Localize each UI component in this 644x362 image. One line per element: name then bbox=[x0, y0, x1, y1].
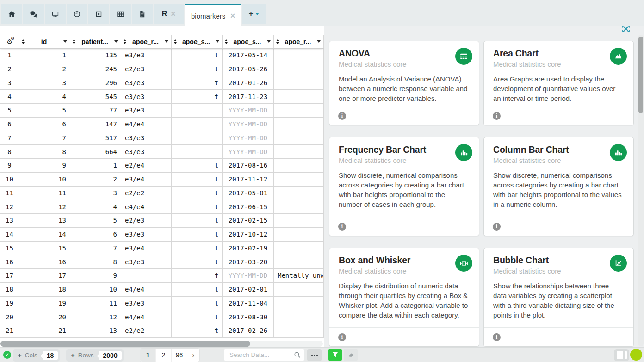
add-rows-button[interactable]: Rows 2000 bbox=[66, 349, 124, 362]
cell-genotype[interactable]: e3/e3 bbox=[121, 104, 172, 117]
cell-date[interactable]: YYYY-MM-DD bbox=[223, 104, 274, 117]
cell-genotype[interactable]: e2/e4 bbox=[121, 159, 172, 172]
cell-genotype[interactable]: e2/e3 bbox=[121, 214, 172, 227]
column-menu-icon[interactable] bbox=[317, 40, 321, 43]
cell-flag[interactable] bbox=[172, 104, 223, 117]
cell-patient[interactable]: 517 bbox=[70, 131, 121, 145]
chart-card[interactable]: Column Bar Chart Medical statistics core… bbox=[483, 137, 634, 236]
cell-id[interactable]: 17 bbox=[19, 269, 70, 282]
column-menu-icon[interactable] bbox=[165, 40, 168, 43]
chart-card[interactable]: Area Chart Medical statistics core Area … bbox=[483, 41, 634, 125]
tab-history[interactable] bbox=[67, 4, 87, 24]
cell-flag[interactable]: t bbox=[172, 283, 223, 296]
cell-comment[interactable] bbox=[274, 131, 324, 145]
cell-comment[interactable] bbox=[274, 187, 324, 200]
cell-flag[interactable]: t bbox=[172, 49, 223, 62]
horizontal-scrollbar-thumb[interactable] bbox=[0, 341, 250, 347]
cell-date[interactable]: 2017-08-16 bbox=[223, 159, 274, 172]
cell-date[interactable]: 2017-03-20 bbox=[223, 255, 274, 268]
column-header[interactable]: apoe_r... bbox=[274, 35, 324, 48]
cell-flag[interactable]: t bbox=[172, 255, 223, 268]
expand-arrows-icon[interactable] bbox=[622, 26, 630, 33]
column-menu-icon[interactable] bbox=[267, 40, 271, 43]
cell-genotype[interactable] bbox=[121, 269, 172, 282]
tab-report[interactable] bbox=[132, 4, 153, 24]
vertical-scrollbar-thumb[interactable] bbox=[638, 37, 643, 113]
cell-date[interactable]: YYYY-MM-DD bbox=[223, 118, 274, 131]
info-icon[interactable] bbox=[338, 223, 346, 231]
cell-comment[interactable] bbox=[274, 159, 324, 172]
cell-date[interactable]: YYYY-MM-DD bbox=[223, 145, 274, 158]
cell-id[interactable]: 2 bbox=[19, 62, 70, 76]
page-button-2[interactable]: 2 bbox=[156, 349, 172, 362]
cell-date[interactable]: YYYY-MM-DD bbox=[223, 131, 274, 145]
chart-card[interactable]: Box and Whisker Medical statistics core … bbox=[329, 248, 479, 347]
cell-comment[interactable]: Mentally unw bbox=[274, 269, 324, 282]
cell-genotype[interactable]: e2/e2 bbox=[121, 187, 172, 200]
cell-comment[interactable] bbox=[274, 283, 324, 296]
cell-date[interactable]: YYYY-MM-DD bbox=[223, 269, 274, 282]
cell-genotype[interactable]: e3/e3 bbox=[121, 76, 172, 90]
cell-id[interactable]: 19 bbox=[19, 297, 70, 310]
page-button-last[interactable]: 96 bbox=[172, 349, 187, 362]
cell-id[interactable]: 21 bbox=[19, 324, 70, 337]
column-header[interactable]: id bbox=[19, 35, 70, 48]
cell-date[interactable]: 2017-11-12 bbox=[223, 173, 274, 186]
cell-id[interactable]: 18 bbox=[19, 283, 70, 296]
cell-genotype[interactable]: e2/e2 bbox=[121, 324, 172, 337]
cell-genotype[interactable]: e4/e4 bbox=[121, 310, 172, 324]
cell-patient[interactable]: 13 bbox=[70, 324, 121, 337]
cell-comment[interactable] bbox=[274, 76, 324, 90]
cell-date[interactable]: 2017-02-26 bbox=[223, 324, 274, 337]
cell-flag[interactable]: t bbox=[172, 200, 223, 213]
cell-patient[interactable]: 7 bbox=[70, 242, 121, 255]
cell-id[interactable]: 13 bbox=[19, 214, 70, 227]
cell-patient[interactable]: 10 bbox=[70, 283, 121, 296]
layout-toggle-button[interactable] bbox=[614, 349, 629, 361]
cell-date[interactable]: 2017-02-19 bbox=[223, 242, 274, 255]
cell-date[interactable]: 2017-11-23 bbox=[223, 90, 274, 103]
cell-id[interactable]: 7 bbox=[19, 131, 70, 145]
column-menu-icon[interactable] bbox=[114, 40, 118, 43]
more-options-button[interactable] bbox=[307, 349, 322, 361]
cell-comment[interactable] bbox=[274, 200, 324, 213]
tab-comments[interactable] bbox=[23, 4, 44, 24]
cell-comment[interactable] bbox=[274, 49, 324, 62]
table-settings-button[interactable] bbox=[0, 35, 19, 48]
cell-patient[interactable]: 545 bbox=[70, 90, 121, 103]
cell-id[interactable]: 20 bbox=[19, 310, 70, 324]
cell-genotype[interactable]: e3/e4 bbox=[121, 242, 172, 255]
info-icon[interactable] bbox=[338, 112, 346, 120]
cell-patient[interactable]: 11 bbox=[70, 297, 121, 310]
page-button-1[interactable]: 1 bbox=[140, 349, 156, 362]
cell-patient[interactable]: 245 bbox=[70, 62, 121, 76]
cell-id[interactable]: 3 bbox=[19, 76, 70, 90]
cell-patient[interactable]: 8 bbox=[70, 255, 121, 268]
cell-id[interactable]: 14 bbox=[19, 228, 70, 241]
tab-table[interactable] bbox=[110, 4, 131, 24]
cell-comment[interactable] bbox=[274, 310, 324, 324]
cell-patient[interactable]: 3 bbox=[70, 187, 121, 200]
search-input[interactable] bbox=[224, 349, 304, 361]
cell-genotype[interactable]: e4/e4 bbox=[121, 200, 172, 213]
cell-id[interactable]: 5 bbox=[19, 104, 70, 117]
cell-patient[interactable]: 296 bbox=[70, 76, 121, 90]
cell-flag[interactable]: t bbox=[172, 297, 223, 310]
cell-genotype[interactable]: e3/e3 bbox=[121, 255, 172, 268]
cell-comment[interactable] bbox=[274, 297, 324, 310]
sort-icon[interactable] bbox=[73, 39, 75, 44]
cell-patient[interactable]: 5 bbox=[70, 214, 121, 227]
tab-new[interactable]: + bbox=[242, 4, 266, 24]
cell-genotype[interactable]: e3/e3 bbox=[121, 90, 172, 103]
cell-genotype[interactable]: e4/e4 bbox=[121, 118, 172, 131]
tab-video[interactable] bbox=[88, 4, 109, 24]
cell-genotype[interactable]: e3/e3 bbox=[121, 228, 172, 241]
cell-comment[interactable] bbox=[274, 145, 324, 158]
cell-date[interactable]: 2017-02-01 bbox=[223, 283, 274, 296]
cell-date[interactable]: 2017-10-12 bbox=[223, 228, 274, 241]
cell-genotype[interactable]: e3/e4 bbox=[121, 173, 172, 186]
cell-comment[interactable] bbox=[274, 62, 324, 76]
cell-flag[interactable] bbox=[172, 131, 223, 145]
cell-flag[interactable] bbox=[172, 145, 223, 158]
cell-flag[interactable]: t bbox=[172, 310, 223, 324]
